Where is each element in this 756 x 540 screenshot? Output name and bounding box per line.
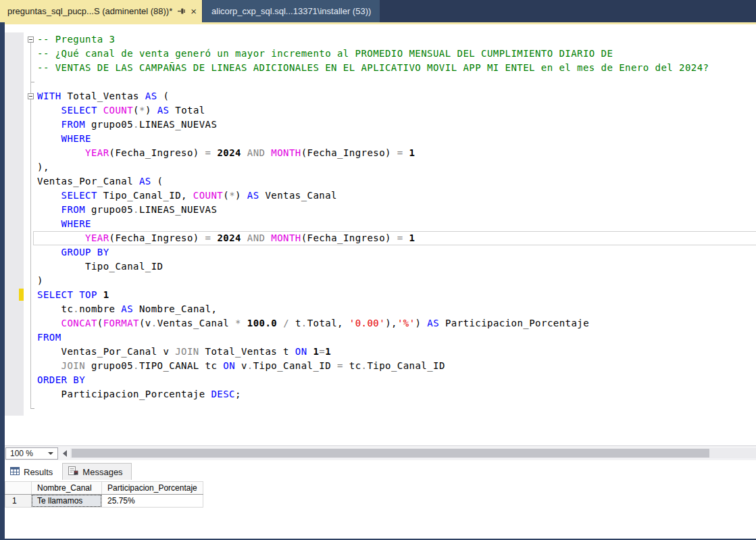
code-line[interactable]: WHERE [5,217,756,231]
fold-column [24,330,37,345]
gutter [5,245,24,260]
collapse-minus-icon[interactable] [28,93,34,99]
code-line[interactable] [5,75,756,89]
fold-column [24,260,37,274]
tab-preguntas-sql[interactable]: preguntas_sql_pucp...S (adminentel (88))… [0,0,202,22]
grid-cell[interactable]: 25.75% [102,495,203,508]
outline-line [30,231,31,245]
gutter [5,359,24,373]
column-header-participacion_porcentaje[interactable]: Participacion_Porcentaje [102,482,203,495]
token: Nombre_Canal, [133,303,217,314]
sql-code-editor[interactable]: -- Pregunta 3-- ¿Qué canal de venta gene… [0,24,756,445]
fold-column [24,203,37,217]
token: = [205,147,211,158]
token [97,105,103,116]
code-text: WHERE [37,217,756,231]
token: Participacion_Porcentaje [37,389,211,399]
code-line[interactable]: ), [5,160,756,174]
code-line[interactable]: ORDER BY [5,373,756,387]
tab-alicorp-sql[interactable]: alicorp_cxp_sql.sql...13371\installer (5… [203,0,380,22]
token: ), [37,162,49,172]
code-text: Ventas_Por_Canal AS ( [37,174,756,189]
token: Ventas_Por_Canal [37,176,139,187]
code-line[interactable]: ) [5,274,756,288]
token: Total, [307,318,349,328]
outline-line [30,345,31,359]
results-grid[interactable]: Nombre_CanalParticipacion_Porcentaje1Te … [5,481,203,508]
token: AS [145,91,157,101]
token: . [73,303,79,314]
code-line[interactable]: FROM grupo05.LINEAS_NUEVAS [5,118,756,132]
row-number-cell[interactable]: 1 [5,495,32,508]
column-header-nombre_canal[interactable]: Nombre_Canal [32,482,102,495]
code-line[interactable]: WITH Total_Ventas AS ( [5,89,756,103]
gutter [5,330,24,345]
close-icon[interactable]: × [191,6,197,16]
code-line[interactable]: FROM [5,330,756,345]
token: Total_Ventas t [199,346,295,357]
code-line[interactable]: Participacion_Porcentaje DESC; [5,387,756,401]
code-text: Tipo_Canal_ID [37,260,756,274]
code-line[interactable]: -- ¿Qué canal de venta generó un mayor i… [5,47,756,61]
gutter [5,260,24,274]
code-line[interactable]: FROM grupo05.LINEAS_NUEVAS [5,203,756,217]
token: FORMAT [103,318,139,328]
gutter [5,89,24,103]
tab-results[interactable]: Results [5,464,61,480]
token: = [337,360,343,371]
code-line[interactable]: WHERE [5,132,756,146]
code-line[interactable]: Ventas_Por_Canal AS ( [5,174,756,189]
code-line[interactable]: tc.nombre AS Nombre_Canal, [5,302,756,316]
results-tab-bar: Results Messages [5,460,756,480]
gutter [5,174,24,189]
token: nombre [79,303,121,314]
collapse-minus-icon[interactable] [28,36,34,43]
token: (Fecha_Ingreso) [109,232,205,243]
pin-icon[interactable] [177,7,186,16]
code-line[interactable]: -- Pregunta 3 [5,32,756,47]
code-line[interactable]: GROUP BY [5,245,756,260]
horizontal-scrollbar-thumb[interactable] [72,449,709,458]
token [403,147,409,158]
fold-column [24,401,37,416]
grid-cell[interactable]: Te llamamos [32,495,102,508]
token: ( [133,105,139,116]
grid-corner-cell[interactable] [5,482,32,495]
token [265,147,271,158]
token: WHERE [61,133,91,144]
code-line[interactable]: SELECT TOP 1 [5,288,756,302]
token: = [205,232,211,243]
code-line[interactable]: YEAR(Fecha_Ingreso) = 2024 AND MONTH(Fec… [5,231,756,245]
token: Ventas_Canal [157,318,235,328]
token [97,289,103,300]
token [37,119,61,130]
token [37,247,61,257]
zoom-level-dropdown[interactable]: 100 % [5,447,58,460]
token: '0.00' [349,318,385,328]
code-line[interactable]: CONCAT(FORMAT(v.Ventas_Canal * 100.0 / t… [5,316,756,330]
fold-column [24,118,37,132]
code-text: SELECT TOP 1 [37,288,756,302]
code-line[interactable] [5,401,756,416]
gutter [5,160,24,174]
token: TIPO_CANAL tc [139,360,223,371]
code-line[interactable]: Tipo_Canal_ID [5,260,756,274]
code-line[interactable]: Ventas_Por_Canal v JOIN Total_Ventas t O… [5,345,756,359]
token: Ventas_Por_Canal v [37,346,175,357]
code-line[interactable]: -- VENTAS DE LAS CAMPAÑAS DE LINEAS ADIC… [5,61,756,75]
token [37,147,85,158]
token: . [133,119,139,130]
code-line[interactable]: SELECT COUNT(*) AS Total [5,103,756,118]
code-line[interactable]: YEAR(Fecha_Ingreso) = 2024 AND MONTH(Fec… [5,146,756,160]
outline-line [30,274,31,288]
scroll-left-arrow-icon[interactable] [63,450,67,457]
outline-line [30,316,31,330]
horizontal-scrollbar[interactable] [70,448,756,458]
token [241,318,247,328]
code-line[interactable]: JOIN grupo05.TIPO_CANAL tc ON v.Tipo_Can… [5,359,756,373]
code-line[interactable]: SELECT Tipo_Canal_ID, COUNT(*) AS Ventas… [5,189,756,203]
tab-messages[interactable]: Messages [62,463,131,480]
token: ( [223,190,229,201]
code-text [37,75,756,89]
outline-line [30,217,31,231]
